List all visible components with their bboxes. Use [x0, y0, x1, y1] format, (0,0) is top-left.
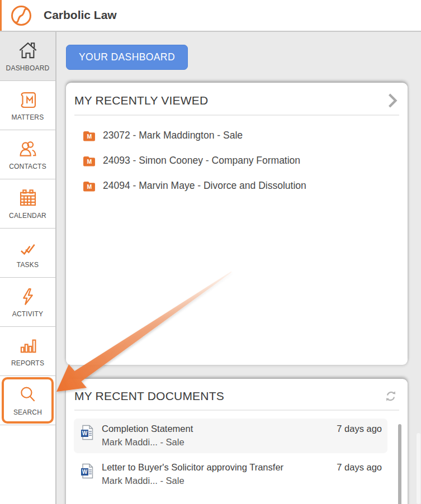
word-document-icon: W [81, 424, 94, 448]
recently-viewed-card: MY RECENTLY VIEWED M 23072 - Mark Maddin… [66, 83, 408, 365]
matter-badge-icon: M [83, 130, 96, 141]
document-age: 7 days ago [337, 462, 382, 473]
app-title: Carbolic Law [44, 8, 117, 22]
svg-text:M: M [87, 159, 92, 165]
sidebar-item-tasks[interactable]: TASKS [0, 229, 55, 278]
top-header-bar: Carbolic Law [0, 0, 421, 32]
recently-viewed-row[interactable]: M 24094 - Marvin Maye - Divorce and Diss… [66, 173, 408, 198]
header-accent-stripe [0, 0, 2, 31]
recent-documents-title: MY RECENT DOCUMENTS [74, 389, 224, 403]
sidebar-item-reports[interactable]: REPORTS [0, 327, 55, 376]
your-dashboard-button[interactable]: YOUR DASHBOARD [66, 45, 188, 70]
sidebar-item-label: SEARCH [13, 408, 42, 416]
recently-viewed-title: MY RECENTLY VIEWED [74, 94, 208, 107]
document-age: 7 days ago [337, 424, 382, 434]
sidebar-nav: DASHBOARD MATTERS CONTACTS [0, 32, 56, 504]
document-title: Completion Statement [102, 424, 193, 434]
sidebar-item-label: ACTIVITY [12, 310, 44, 318]
sidebar-item-activity[interactable]: ACTIVITY [0, 278, 55, 327]
sidebar-item-dashboard[interactable]: DASHBOARD [0, 32, 55, 81]
matter-label: 24093 - Simon Cooney - Company Formation [103, 155, 300, 167]
svg-text:M: M [87, 134, 92, 140]
matter-label: 24094 - Marvin Maye - Divorce and Dissol… [103, 180, 306, 192]
contacts-people-icon [16, 139, 40, 160]
sidebar-item-matters[interactable]: MATTERS [0, 81, 55, 130]
sidebar-item-label: REPORTS [11, 359, 44, 367]
svg-text:W: W [82, 430, 88, 436]
carbolic-logo-icon [10, 4, 33, 27]
documents-scrollbar[interactable] [398, 424, 401, 504]
main-content: YOUR DASHBOARD MY RECENTLY VIEWED M 2307… [58, 32, 421, 504]
sidebar-item-search[interactable]: SEARCH [0, 376, 55, 425]
app-window: Carbolic Law DASHBOARD MATTERS [0, 0, 421, 504]
sidebar-item-label: CALENDAR [9, 212, 46, 220]
matters-folder-icon [16, 89, 40, 111]
matter-badge-icon: M [83, 180, 96, 192]
sidebar-item-label: TASKS [17, 261, 39, 269]
home-icon [16, 40, 40, 61]
sidebar-item-calendar[interactable]: CALENDAR [0, 179, 55, 229]
calendar-icon [16, 188, 40, 209]
document-row[interactable]: W Completion Statement 7 days ago Mark M… [74, 419, 387, 453]
recently-viewed-row[interactable]: M 24093 - Simon Cooney - Company Formati… [66, 148, 408, 173]
reports-bar-chart-icon [16, 335, 40, 356]
tasks-checkmarks-icon [16, 237, 40, 258]
document-title: Letter to Buyer's Solicitor approving Tr… [102, 462, 283, 473]
refresh-icon[interactable] [384, 389, 398, 403]
word-document-icon: W [81, 462, 94, 486]
recently-viewed-row[interactable]: M 23072 - Mark Maddington - Sale [66, 123, 408, 148]
sidebar-item-contacts[interactable]: CONTACTS [0, 130, 55, 179]
recent-documents-card: MY RECENT DOCUMENTS [66, 379, 408, 504]
activity-lightning-icon [16, 286, 40, 307]
matter-label: 23072 - Mark Maddington - Sale [103, 130, 243, 141]
svg-text:W: W [82, 469, 88, 475]
document-row[interactable]: W Letter to Buyer's Solicitor approving … [74, 457, 387, 492]
search-magnifier-icon [16, 384, 40, 406]
chevron-right-icon[interactable] [388, 93, 398, 108]
svg-text:M: M [87, 184, 92, 190]
matter-badge-icon: M [83, 155, 96, 167]
sidebar-item-label: DASHBOARD [6, 64, 50, 72]
document-subtitle: Mark Maddi... - Sale [102, 437, 382, 448]
sidebar-item-label: CONTACTS [9, 163, 46, 170]
page-scrollbar[interactable] [417, 433, 420, 504]
document-subtitle: Mark Maddi... - Sale [102, 476, 382, 486]
sidebar-item-label: MATTERS [12, 113, 44, 121]
